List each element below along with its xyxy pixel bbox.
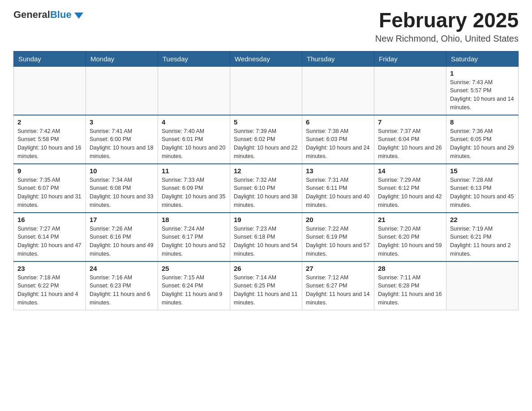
col-monday: Monday: [86, 51, 158, 66]
logo-blue-text: Blue: [50, 9, 72, 20]
calendar-cell: [374, 66, 446, 115]
page-header: GeneralBlue February 2025 New Richmond, …: [13, 9, 519, 44]
calendar-cell: 17 Sunrise: 7:26 AMSunset: 6:16 PMDaylig…: [86, 213, 158, 261]
day-info: Sunrise: 7:23 AMSunset: 6:18 PMDaylight:…: [234, 226, 297, 257]
month-title: February 2025: [375, 9, 519, 32]
day-number: 3: [90, 118, 154, 126]
calendar-table: Sunday Monday Tuesday Wednesday Thursday…: [13, 51, 519, 310]
day-number: 22: [450, 216, 515, 223]
day-number: 25: [162, 265, 226, 272]
calendar-cell: 2 Sunrise: 7:42 AMSunset: 5:58 PMDayligh…: [14, 115, 86, 164]
calendar-cell: 28 Sunrise: 7:11 AMSunset: 6:28 PMDaylig…: [374, 261, 446, 310]
day-info: Sunrise: 7:41 AMSunset: 6:00 PMDaylight:…: [90, 128, 153, 159]
day-info: Sunrise: 7:40 AMSunset: 6:01 PMDaylight:…: [162, 128, 225, 159]
day-number: 20: [306, 216, 370, 223]
day-number: 12: [234, 167, 298, 175]
day-info: Sunrise: 7:33 AMSunset: 6:09 PMDaylight:…: [162, 177, 225, 208]
day-number: 10: [90, 167, 154, 175]
day-info: Sunrise: 7:28 AMSunset: 6:13 PMDaylight:…: [450, 177, 514, 208]
logo: GeneralBlue: [13, 9, 83, 21]
col-wednesday: Wednesday: [230, 51, 302, 66]
calendar-cell: 19 Sunrise: 7:23 AMSunset: 6:18 PMDaylig…: [230, 213, 302, 261]
logo-general-text: General: [13, 9, 50, 20]
logo-triangle-icon: [74, 13, 83, 19]
calendar-cell: 23 Sunrise: 7:18 AMSunset: 6:22 PMDaylig…: [14, 261, 86, 310]
calendar-cell: [86, 66, 158, 115]
day-number: 7: [378, 118, 442, 126]
calendar-cell: 13 Sunrise: 7:31 AMSunset: 6:11 PMDaylig…: [302, 164, 374, 213]
calendar-cell: 3 Sunrise: 7:41 AMSunset: 6:00 PMDayligh…: [86, 115, 158, 164]
calendar-cell: 20 Sunrise: 7:22 AMSunset: 6:19 PMDaylig…: [302, 213, 374, 261]
day-number: 11: [162, 167, 226, 175]
day-info: Sunrise: 7:43 AMSunset: 5:57 PMDaylight:…: [450, 79, 514, 111]
day-number: 8: [450, 118, 515, 126]
day-info: Sunrise: 7:15 AMSunset: 6:24 PMDaylight:…: [162, 274, 223, 306]
calendar-cell: 21 Sunrise: 7:20 AMSunset: 6:20 PMDaylig…: [374, 213, 446, 261]
day-number: 14: [378, 167, 442, 175]
day-info: Sunrise: 7:31 AMSunset: 6:11 PMDaylight:…: [306, 177, 369, 208]
day-info: Sunrise: 7:26 AMSunset: 6:16 PMDaylight:…: [90, 226, 153, 257]
day-number: 17: [90, 216, 154, 223]
day-number: 4: [162, 118, 226, 126]
calendar-cell: 11 Sunrise: 7:33 AMSunset: 6:09 PMDaylig…: [158, 164, 230, 213]
day-number: 26: [234, 265, 298, 272]
day-info: Sunrise: 7:22 AMSunset: 6:19 PMDaylight:…: [306, 226, 369, 257]
calendar-cell: [302, 66, 374, 115]
day-number: 5: [234, 118, 298, 126]
calendar-cell: 5 Sunrise: 7:39 AMSunset: 6:02 PMDayligh…: [230, 115, 302, 164]
day-info: Sunrise: 7:36 AMSunset: 6:05 PMDaylight:…: [450, 128, 514, 159]
day-info: Sunrise: 7:35 AMSunset: 6:07 PMDaylight:…: [17, 177, 81, 208]
calendar-cell: [446, 261, 519, 310]
calendar-cell: 24 Sunrise: 7:16 AMSunset: 6:23 PMDaylig…: [86, 261, 158, 310]
day-number: 19: [234, 216, 298, 223]
day-number: 15: [450, 167, 515, 175]
calendar-cell: [230, 66, 302, 115]
calendar-cell: 9 Sunrise: 7:35 AMSunset: 6:07 PMDayligh…: [14, 164, 86, 213]
col-tuesday: Tuesday: [158, 51, 230, 66]
calendar-cell: 8 Sunrise: 7:36 AMSunset: 6:05 PMDayligh…: [446, 115, 519, 164]
day-number: 27: [306, 265, 370, 272]
day-number: 23: [17, 265, 82, 272]
calendar-cell: 15 Sunrise: 7:28 AMSunset: 6:13 PMDaylig…: [446, 164, 519, 213]
calendar-cell: 6 Sunrise: 7:38 AMSunset: 6:03 PMDayligh…: [302, 115, 374, 164]
location-subtitle: New Richmond, Ohio, United States: [375, 34, 519, 44]
day-number: 21: [378, 216, 442, 223]
day-info: Sunrise: 7:27 AMSunset: 6:14 PMDaylight:…: [17, 226, 81, 257]
calendar-cell: 14 Sunrise: 7:29 AMSunset: 6:12 PMDaylig…: [374, 164, 446, 213]
col-friday: Friday: [374, 51, 446, 66]
day-number: 9: [17, 167, 82, 175]
calendar-cell: [158, 66, 230, 115]
calendar-cell: [14, 66, 86, 115]
col-thursday: Thursday: [302, 51, 374, 66]
day-info: Sunrise: 7:42 AMSunset: 5:58 PMDaylight:…: [17, 128, 81, 159]
day-number: 24: [90, 265, 154, 272]
day-number: 13: [306, 167, 370, 175]
col-sunday: Sunday: [14, 51, 86, 66]
col-saturday: Saturday: [446, 51, 519, 66]
calendar-cell: 18 Sunrise: 7:24 AMSunset: 6:17 PMDaylig…: [158, 213, 230, 261]
title-block: February 2025 New Richmond, Ohio, United…: [375, 9, 519, 44]
calendar-cell: 7 Sunrise: 7:37 AMSunset: 6:04 PMDayligh…: [374, 115, 446, 164]
calendar-cell: 26 Sunrise: 7:14 AMSunset: 6:25 PMDaylig…: [230, 261, 302, 310]
day-info: Sunrise: 7:37 AMSunset: 6:04 PMDaylight:…: [378, 128, 442, 159]
calendar-cell: 12 Sunrise: 7:32 AMSunset: 6:10 PMDaylig…: [230, 164, 302, 213]
day-number: 16: [17, 216, 82, 223]
day-info: Sunrise: 7:20 AMSunset: 6:20 PMDaylight:…: [378, 226, 442, 257]
calendar-cell: 27 Sunrise: 7:12 AMSunset: 6:27 PMDaylig…: [302, 261, 374, 310]
day-number: 1: [450, 69, 515, 77]
day-number: 18: [162, 216, 226, 223]
day-info: Sunrise: 7:39 AMSunset: 6:02 PMDaylight:…: [234, 128, 297, 159]
calendar-cell: 22 Sunrise: 7:19 AMSunset: 6:21 PMDaylig…: [446, 213, 519, 261]
day-info: Sunrise: 7:11 AMSunset: 6:28 PMDaylight:…: [378, 274, 442, 306]
day-info: Sunrise: 7:32 AMSunset: 6:10 PMDaylight:…: [234, 177, 297, 208]
calendar-header-row: Sunday Monday Tuesday Wednesday Thursday…: [14, 51, 519, 66]
calendar-cell: 16 Sunrise: 7:27 AMSunset: 6:14 PMDaylig…: [14, 213, 86, 261]
day-info: Sunrise: 7:29 AMSunset: 6:12 PMDaylight:…: [378, 177, 442, 208]
day-number: 28: [378, 265, 442, 272]
day-info: Sunrise: 7:12 AMSunset: 6:27 PMDaylight:…: [306, 274, 369, 306]
calendar-cell: 25 Sunrise: 7:15 AMSunset: 6:24 PMDaylig…: [158, 261, 230, 310]
day-info: Sunrise: 7:34 AMSunset: 6:08 PMDaylight:…: [90, 177, 153, 208]
calendar-cell: 1 Sunrise: 7:43 AMSunset: 5:57 PMDayligh…: [446, 66, 519, 115]
day-info: Sunrise: 7:24 AMSunset: 6:17 PMDaylight:…: [162, 226, 225, 257]
day-info: Sunrise: 7:19 AMSunset: 6:21 PMDaylight:…: [450, 226, 511, 257]
